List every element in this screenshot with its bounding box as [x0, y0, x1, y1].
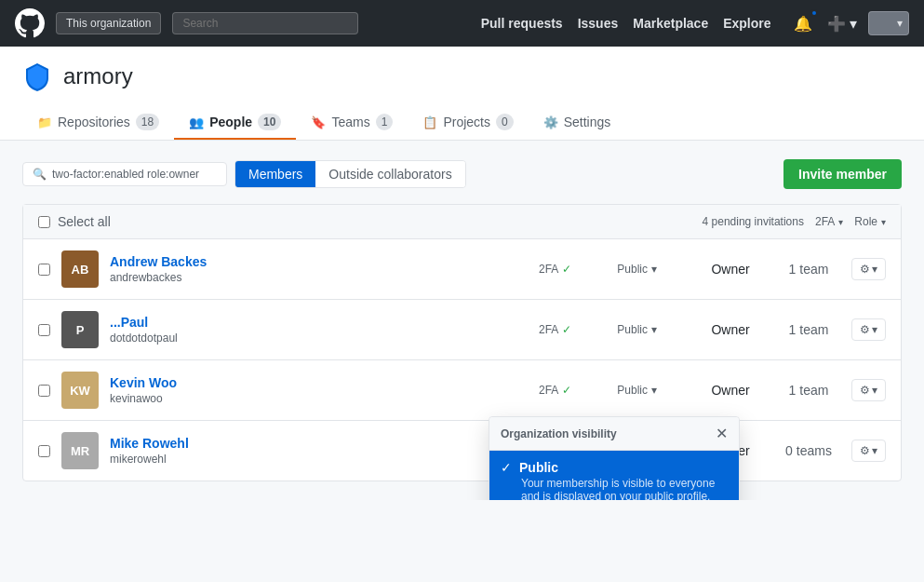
member-info-dotdotdotpaul: ...Paul dotdotdotpaul	[110, 315, 464, 345]
select-all-checkbox[interactable]	[38, 216, 50, 228]
member-row-kevinawoo: KW Kevin Woo kevinawoo 2FA ✓ Public ▾ Ow…	[23, 360, 901, 421]
member-teams-andrewbackes: 1 team	[781, 262, 837, 277]
gear-caret: ▾	[872, 444, 877, 457]
member-name-mikerowehl[interactable]: Mike Rowehl	[110, 436, 189, 451]
popup-close-button[interactable]: ✕	[716, 425, 728, 442]
sort-2fa-arrow: ▾	[838, 217, 843, 227]
search-icon: 🔍	[33, 168, 47, 181]
selected-check-icon: ✓	[501, 460, 512, 475]
popup-title: Organization visibility	[501, 427, 617, 440]
user-avatar-small	[875, 14, 893, 33]
org-context-button[interactable]: This organization	[56, 12, 161, 34]
visibility-button-dotdotdotpaul[interactable]: Public ▾	[609, 318, 665, 341]
notification-dot	[810, 9, 818, 17]
gear-button-andrewbackes[interactable]: ⚙ ▾	[851, 258, 886, 280]
member-row: AB Andrew Backes andrewbackes 2FA ✓ Publ…	[23, 239, 901, 300]
projects-icon: 📋	[422, 115, 437, 129]
member-2fa-dotdotdotpaul: 2FA ✓	[539, 323, 571, 336]
check-icon: ✓	[562, 263, 571, 276]
github-logo[interactable]	[15, 8, 45, 38]
member-visibility-dotdotdotpaul: Public ▾	[609, 318, 665, 341]
avatar-dotdotdotpaul: P	[61, 311, 99, 348]
gear-button-kevinawoo[interactable]: ⚙ ▾	[851, 379, 886, 401]
member-role-kevinawoo: Owner	[703, 383, 758, 398]
nav-explore[interactable]: Explore	[723, 16, 770, 31]
members-tab[interactable]: Members	[235, 161, 315, 187]
member-role-dotdotdotpaul: Owner	[703, 322, 758, 337]
settings-icon: ⚙️	[543, 115, 558, 129]
popup-option-public-header: ✓ Public	[501, 460, 728, 475]
member-teams-dotdotdotpaul: 1 team	[781, 322, 837, 337]
org-avatar	[22, 61, 52, 91]
caret-icon: ▾	[651, 323, 657, 336]
caret-icon: ▾	[651, 263, 657, 276]
member-actions-andrewbackes: ⚙ ▾	[851, 258, 886, 280]
member-checkbox-dotdotdotpaul[interactable]	[38, 324, 50, 336]
popup-public-desc: Your membership is visible to everyone a…	[501, 477, 728, 500]
nav-pull-requests[interactable]: Pull requests	[481, 16, 563, 31]
tab-teams-count: 1	[376, 114, 394, 130]
main-nav: Pull requests Issues Marketplace Explore	[481, 16, 771, 31]
notifications-button[interactable]: 🔔	[790, 11, 816, 36]
sort-2fa-button[interactable]: 2FA ▾	[815, 215, 843, 228]
member-checkbox-andrewbackes[interactable]	[38, 264, 50, 276]
member-name-dotdotdotpaul[interactable]: ...Paul	[110, 315, 148, 330]
member-2fa-kevinawoo: 2FA ✓	[539, 384, 571, 397]
member-checkbox-kevinawoo[interactable]	[38, 385, 50, 397]
member-username-andrewbackes: andrewbackes	[110, 271, 181, 284]
tab-people[interactable]: 👥 People 10	[174, 106, 296, 140]
table-header: Select all 4 pending invitations 2FA ▾ R…	[23, 205, 901, 239]
member-actions-kevinawoo: ⚙ ▾	[851, 379, 886, 401]
tab-settings-label: Settings	[564, 115, 611, 129]
avatar-mikerowehl: MR	[61, 432, 99, 469]
member-type-tabs: Members Outside collaborators	[234, 160, 466, 188]
invite-member-button[interactable]: Invite member	[783, 159, 902, 189]
member-username-kevinawoo: kevinawoo	[110, 392, 163, 405]
gear-caret: ▾	[872, 323, 877, 336]
member-checkbox-mikerowehl[interactable]	[38, 445, 50, 457]
visibility-button-kevinawoo[interactable]: Public ▾	[609, 379, 665, 401]
popup-option-public[interactable]: ✓ Public Your membership is visible to e…	[489, 451, 739, 500]
member-visibility-kevinawoo: Public ▾	[609, 379, 665, 401]
outside-collaborators-tab[interactable]: Outside collaborators	[315, 161, 464, 187]
main-content: 🔍 two-factor:enabled role:owner Members …	[0, 141, 924, 500]
app-header: This organization Pull requests Issues M…	[0, 0, 924, 47]
teams-icon: 🔖	[311, 115, 326, 129]
org-name: armory	[63, 63, 133, 89]
sort-role-button[interactable]: Role ▾	[854, 215, 886, 228]
check-icon: ✓	[562, 384, 571, 397]
caret-icon: ▾	[651, 384, 657, 397]
table-header-right: 4 pending invitations 2FA ▾ Role ▾	[703, 215, 886, 228]
tab-settings[interactable]: ⚙️ Settings	[529, 106, 626, 140]
gear-button-dotdotdotpaul[interactable]: ⚙ ▾	[851, 318, 886, 341]
filter-input-display[interactable]: 🔍 two-factor:enabled role:owner	[22, 162, 227, 186]
sort-role-label: Role	[854, 215, 877, 228]
sort-role-arrow: ▾	[881, 217, 886, 227]
create-button[interactable]: ➕ ▾	[824, 11, 861, 36]
tab-repositories[interactable]: 📁 Repositories 18	[22, 106, 174, 140]
member-name-andrewbackes[interactable]: Andrew Backes	[110, 254, 207, 269]
member-info-kevinawoo: Kevin Woo kevinawoo	[110, 375, 464, 405]
check-icon: ✓	[562, 323, 571, 336]
nav-marketplace[interactable]: Marketplace	[633, 16, 708, 31]
visibility-button-andrewbackes[interactable]: Public ▾	[609, 258, 665, 280]
gear-button-mikerowehl[interactable]: ⚙ ▾	[851, 440, 886, 462]
sort-2fa-label: 2FA	[815, 215, 835, 228]
tab-repositories-count: 18	[136, 114, 159, 130]
member-name-kevinawoo[interactable]: Kevin Woo	[110, 375, 177, 390]
select-all-label: Select all	[58, 214, 111, 229]
pending-invitations: 4 pending invitations	[703, 215, 804, 228]
member-2fa-andrewbackes: 2FA ✓	[539, 263, 571, 276]
tab-projects[interactable]: 📋 Projects 0	[408, 106, 528, 140]
member-role-andrewbackes: Owner	[703, 262, 758, 277]
tab-teams-label: Teams	[331, 115, 369, 129]
search-input[interactable]	[172, 12, 358, 34]
member-row: P ...Paul dotdotdotpaul 2FA ✓ Public ▾ O…	[23, 300, 901, 360]
filter-left: 🔍 two-factor:enabled role:owner Members …	[22, 160, 466, 188]
avatar-kevinawoo: KW	[61, 372, 99, 409]
tab-teams[interactable]: 🔖 Teams 1	[296, 106, 408, 140]
filter-value: two-factor:enabled role:owner	[52, 168, 199, 181]
nav-issues[interactable]: Issues	[578, 16, 619, 31]
user-menu-button[interactable]: ▾	[868, 11, 909, 35]
org-title-row: armory	[22, 61, 902, 91]
